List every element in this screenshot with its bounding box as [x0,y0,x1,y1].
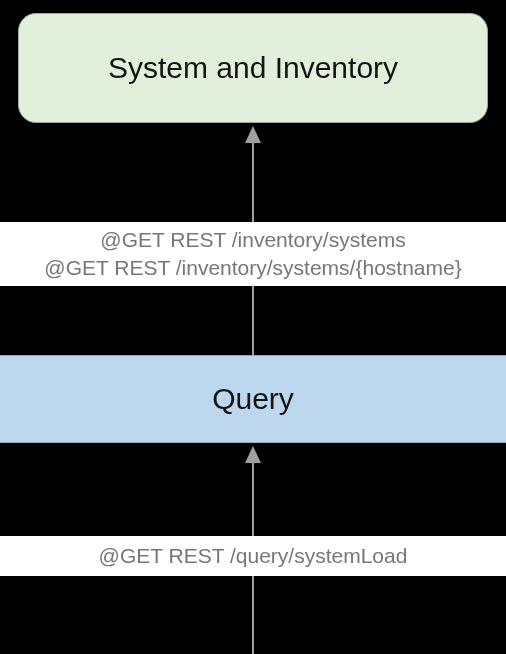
arrow-up-icon [245,446,261,463]
node-label: Query [212,382,294,416]
edge-label-query: @GET REST /query/systemLoad [0,536,506,576]
node-label: System and Inventory [108,51,398,85]
edge-label-line: @GET REST /inventory/systems [100,226,405,254]
arrow-up-icon [245,126,261,143]
node-query: Query [0,355,506,443]
arrow-segment [252,576,254,654]
arrow-segment [252,286,254,355]
edge-label-line: @GET REST /inventory/systems/{hostname} [44,254,461,282]
arrow-segment [252,143,254,222]
architecture-diagram: @GET REST /inventory/systems @GET REST /… [0,0,506,654]
arrow-segment [252,463,254,536]
edge-label-inventory: @GET REST /inventory/systems @GET REST /… [0,222,506,286]
node-system-inventory: System and Inventory [18,13,488,123]
edge-label-line: @GET REST /query/systemLoad [99,542,408,570]
